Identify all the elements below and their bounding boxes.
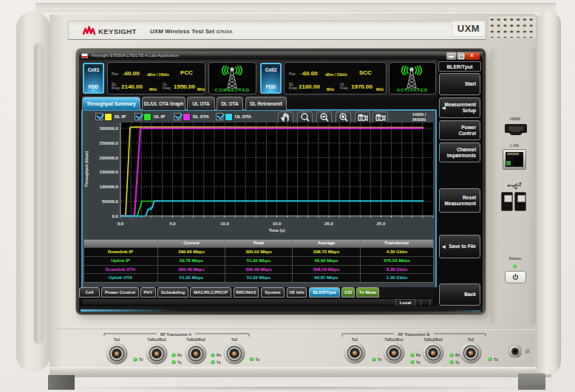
- svg-text:0.0: 0.0: [118, 221, 123, 226]
- svg-text:Tx2: Tx2: [468, 337, 474, 342]
- svg-text:5.0: 5.0: [169, 221, 175, 226]
- svg-text:Time (s): Time (s): [268, 228, 285, 233]
- svg-text:RF Transceiver B: RF Transceiver B: [398, 332, 430, 337]
- svg-text:250000.0: 250000.0: [100, 140, 119, 145]
- svg-text:Tx: Tx: [455, 361, 460, 365]
- svg-text:20.0: 20.0: [324, 221, 333, 226]
- svg-text:150000.0: 150000.0: [100, 169, 119, 174]
- svg-text:TxRx1/Rx1: TxRx1/Rx1: [147, 337, 166, 342]
- svg-text:Rx: Rx: [455, 354, 460, 357]
- svg-text:300000.0: 300000.0: [100, 125, 119, 131]
- svg-text:TxRx2/Rx2: TxRx2/Rx2: [186, 337, 205, 342]
- svg-text:Rx: Rx: [217, 354, 221, 357]
- svg-text:0.0: 0.0: [112, 213, 119, 219]
- svg-text:Rx: Rx: [177, 354, 182, 357]
- svg-text:Rx: Rx: [416, 354, 421, 357]
- svg-text:Tx2: Tx2: [231, 337, 238, 342]
- svg-text:200000.0: 200000.0: [100, 155, 119, 160]
- svg-text:Tx: Tx: [177, 361, 182, 365]
- svg-text:50000.0: 50000.0: [102, 199, 119, 204]
- svg-text:Tx: Tx: [416, 361, 421, 365]
- svg-text:Tx: Tx: [378, 358, 382, 362]
- svg-text:25.0: 25.0: [377, 221, 385, 226]
- svg-text:100000.0: 100000.0: [100, 184, 119, 189]
- svg-text:Throughput (kbps): Throughput (kbps): [84, 151, 89, 187]
- svg-text:TxRx1/Rx1: TxRx1/Rx1: [384, 337, 404, 342]
- svg-text:Tx1: Tx1: [114, 337, 120, 342]
- svg-text:RF Transceiver A: RF Transceiver A: [160, 332, 191, 337]
- svg-text:Tx: Tx: [139, 358, 143, 362]
- svg-text:TxRx2/Rx2: TxRx2/Rx2: [423, 337, 443, 342]
- svg-text:15.0: 15.0: [273, 221, 281, 226]
- svg-text:Tx: Tx: [494, 358, 498, 362]
- svg-text:Tx1: Tx1: [352, 337, 358, 342]
- svg-text:10.0: 10.0: [220, 221, 228, 226]
- svg-text:Tx: Tx: [256, 358, 260, 362]
- svg-text:Tx: Tx: [217, 361, 221, 365]
